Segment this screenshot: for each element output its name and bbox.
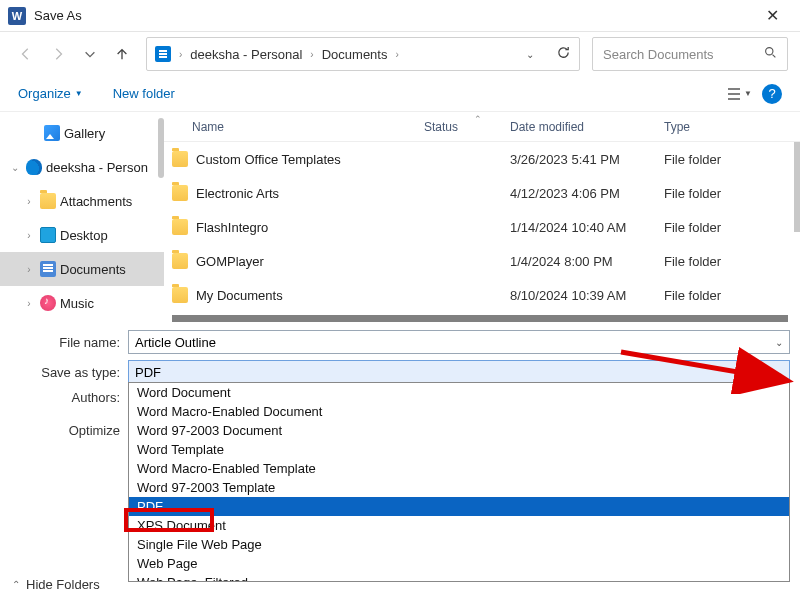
savetype-option[interactable]: PDF <box>129 497 789 516</box>
sidebar-item-attachments[interactable]: › Attachments <box>0 184 164 218</box>
hide-folders-button[interactable]: ⌃ Hide Folders <box>12 577 100 592</box>
sidebar-item-label: deeksha - Person <box>46 160 148 175</box>
help-icon[interactable]: ? <box>762 84 782 104</box>
sidebar-item-label: Attachments <box>60 194 132 209</box>
horizontal-scrollbar[interactable] <box>172 315 788 322</box>
savetype-option[interactable]: Web Page <box>129 554 789 573</box>
chevron-down-icon[interactable]: ⌄ <box>8 162 22 173</box>
file-name: My Documents <box>196 288 283 303</box>
table-row[interactable]: Custom Office Templates3/26/2023 5:41 PM… <box>164 142 800 176</box>
file-list: ⌃ Name Status Date modified Type Custom … <box>164 112 800 322</box>
savetype-option[interactable]: Word Macro-Enabled Document <box>129 402 789 421</box>
chevron-up-icon: ⌃ <box>12 579 20 590</box>
address-dropdown-icon[interactable]: ⌄ <box>526 49 534 60</box>
file-type: File folder <box>664 152 800 167</box>
column-status[interactable]: Status <box>424 120 510 134</box>
hide-folders-label: Hide Folders <box>26 577 100 592</box>
savetype-option[interactable]: Word 97-2003 Template <box>129 478 789 497</box>
savetype-dropdown[interactable]: PDF ⌄ <box>128 360 790 384</box>
music-icon <box>40 295 56 311</box>
gallery-icon <box>44 125 60 141</box>
file-date: 3/26/2023 5:41 PM <box>510 152 664 167</box>
address-bar[interactable]: › deeksha - Personal › Documents › ⌄ <box>146 37 580 71</box>
search-placeholder: Search Documents <box>603 47 714 62</box>
folder-icon <box>172 287 188 303</box>
table-row[interactable]: Electronic Arts4/12/2023 4:06 PMFile fol… <box>164 176 800 210</box>
dropdown-caret-icon: ▼ <box>75 89 83 98</box>
column-date[interactable]: Date modified <box>510 120 664 134</box>
folder-icon <box>172 219 188 235</box>
column-name[interactable]: Name <box>164 120 424 134</box>
table-row[interactable]: FlashIntegro1/14/2024 10:40 AMFile folde… <box>164 210 800 244</box>
back-button[interactable] <box>12 40 40 68</box>
column-type[interactable]: Type <box>664 120 800 134</box>
documents-icon <box>40 261 56 277</box>
svg-point-0 <box>766 48 773 55</box>
forward-button[interactable] <box>44 40 72 68</box>
chevron-right-icon[interactable]: › <box>22 264 36 275</box>
organize-menu[interactable]: Organize ▼ <box>18 86 83 101</box>
folder-icon <box>172 185 188 201</box>
chevron-right-icon: › <box>395 49 398 60</box>
recent-dropdown-icon[interactable] <box>76 40 104 68</box>
folder-icon <box>172 151 188 167</box>
chevron-right-icon[interactable]: › <box>22 298 36 309</box>
table-row[interactable]: My Documents8/10/2024 10:39 AMFile folde… <box>164 278 800 312</box>
sidebar-item-gallery[interactable]: Gallery <box>0 116 164 150</box>
sidebar-item-desktop[interactable]: › Desktop <box>0 218 164 252</box>
refresh-icon[interactable] <box>556 45 571 64</box>
savetype-value: PDF <box>135 365 161 380</box>
sort-indicator-icon: ⌃ <box>474 114 482 124</box>
location-icon <box>155 46 171 62</box>
optimize-label: Optimize <box>10 423 128 438</box>
filename-label: File name: <box>10 335 128 350</box>
view-options-button[interactable]: ▼ <box>726 87 752 101</box>
chevron-right-icon: › <box>310 49 313 60</box>
file-name: Custom Office Templates <box>196 152 341 167</box>
search-input[interactable]: Search Documents <box>592 37 788 71</box>
desktop-icon <box>40 227 56 243</box>
dropdown-caret-icon[interactable]: ⌄ <box>775 337 783 348</box>
file-type: File folder <box>664 288 800 303</box>
savetype-option[interactable]: Word Template <box>129 440 789 459</box>
folder-icon <box>172 253 188 269</box>
file-date: 1/4/2024 8:00 PM <box>510 254 664 269</box>
word-app-icon: W <box>8 7 26 25</box>
savetype-option[interactable]: XPS Document <box>129 516 789 535</box>
sidebar-item-onedrive[interactable]: ⌄ deeksha - Person <box>0 150 164 184</box>
close-icon[interactable]: ✕ <box>752 6 792 25</box>
folder-icon <box>40 193 56 209</box>
file-type: File folder <box>664 186 800 201</box>
sidebar-item-documents[interactable]: › Documents <box>0 252 164 286</box>
chevron-right-icon[interactable]: › <box>22 230 36 241</box>
savetype-options-list: Word DocumentWord Macro-Enabled Document… <box>128 382 790 582</box>
sidebar-item-music[interactable]: › Music <box>0 286 164 320</box>
breadcrumb-documents[interactable]: Documents <box>322 47 388 62</box>
search-icon <box>764 46 777 62</box>
file-type: File folder <box>664 254 800 269</box>
file-date: 8/10/2024 10:39 AM <box>510 288 664 303</box>
dropdown-caret-icon: ▼ <box>744 89 752 98</box>
savetype-option[interactable]: Word 97-2003 Document <box>129 421 789 440</box>
navigation-tree: Gallery ⌄ deeksha - Person › Attachments… <box>0 112 164 322</box>
new-folder-button[interactable]: New folder <box>113 86 175 101</box>
file-name: GOMPlayer <box>196 254 264 269</box>
savetype-option[interactable]: Word Macro-Enabled Template <box>129 459 789 478</box>
filename-value: Article Outline <box>135 335 216 350</box>
table-row[interactable]: GOMPlayer1/4/2024 8:00 PMFile folder <box>164 244 800 278</box>
filename-input[interactable]: Article Outline ⌄ <box>128 330 790 354</box>
chevron-right-icon[interactable]: › <box>22 196 36 207</box>
up-button[interactable] <box>108 40 136 68</box>
sidebar-item-label: Music <box>60 296 94 311</box>
authors-label: Authors: <box>10 390 128 405</box>
savetype-label: Save as type: <box>10 365 128 380</box>
dropdown-caret-icon[interactable]: ⌄ <box>775 367 783 378</box>
breadcrumb-root[interactable]: deeksha - Personal <box>190 47 302 62</box>
list-scrollbar[interactable] <box>794 142 800 232</box>
savetype-option[interactable]: Single File Web Page <box>129 535 789 554</box>
savetype-option[interactable]: Web Page, Filtered <box>129 573 789 582</box>
file-date: 4/12/2023 4:06 PM <box>510 186 664 201</box>
onedrive-icon <box>26 159 42 175</box>
savetype-option[interactable]: Word Document <box>129 383 789 402</box>
file-name: FlashIntegro <box>196 220 268 235</box>
